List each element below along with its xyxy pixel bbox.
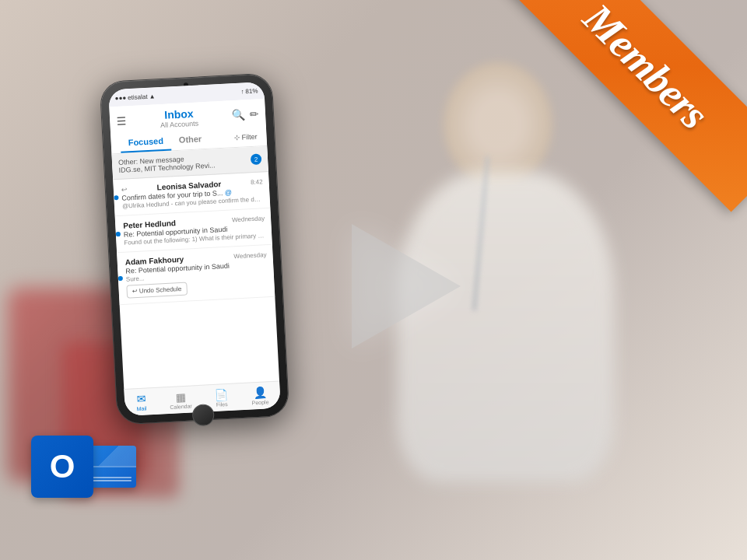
email-time: Wednesday [233,251,267,260]
signal-dots: ●●● [114,94,126,102]
search-icon[interactable]: 🔍 [232,108,246,121]
nav-files[interactable]: 📄 Files [215,388,229,408]
hamburger-icon[interactable]: ☰ [116,114,127,128]
tab-other[interactable]: Other [170,130,210,151]
battery-level: 81% [245,87,258,95]
calendar-icon: ▦ [175,390,186,404]
people-icon: 👤 [253,386,267,399]
mail-icon: ✉ [136,393,146,406]
notification-content: Other: New message IDG.se, MIT Technolog… [118,153,216,173]
carrier-name: etisalat [128,93,148,100]
outlook-logo: O [31,436,136,498]
play-button-container[interactable] [352,224,461,348]
nav-calendar[interactable]: ▦ Calendar [169,390,192,409]
outlook-header: ☰ Inbox All Accounts 🔍 ✏ Focused Other [109,99,267,154]
play-triangle-icon[interactable] [352,224,461,348]
header-row: ☰ Inbox All Accounts 🔍 ✏ [116,103,260,131]
undo-schedule-label: Undo Schedule [139,285,182,295]
wifi-icon: ▲ [149,93,155,100]
filter-icon: ⊹ [233,134,240,142]
header-actions: 🔍 ✏ [232,107,260,121]
people-label: People [251,399,268,405]
phone: ●●● etisalat ▲ ↑ 81% ☰ Inbox All Account… [100,74,289,425]
nav-people[interactable]: 👤 People [251,386,269,405]
outlook-letter: O [50,448,75,485]
files-icon: 📄 [215,388,229,401]
files-label: Files [216,401,228,408]
unread-dot [118,276,123,281]
outlook-square: O [31,436,93,498]
nav-mail[interactable]: ✉ Mail [136,393,147,412]
notification-badge: 2 [251,153,262,165]
arrow-icon: ↑ [240,88,244,95]
status-carrier: ●●● etisalat ▲ [114,93,155,102]
phone-body: ●●● etisalat ▲ ↑ 81% ☰ Inbox All Account… [100,74,289,425]
mail-label: Mail [136,406,146,412]
forward-icon: ↩ [121,185,128,193]
unread-dot [114,195,118,200]
email-item[interactable]: Adam Fakhoury Wednesday Re: Potential op… [117,245,275,305]
email-time: Wednesday [232,215,265,223]
inbox-title: Inbox All Accounts [160,107,198,130]
unread-dot [116,232,121,236]
status-right: ↑ 81% [240,87,258,95]
compose-icon[interactable]: ✏ [250,107,260,121]
tab-focused[interactable]: Focused [120,131,171,152]
person-head-blur [444,62,552,187]
email-list: Other: New message IDG.se, MIT Technolog… [111,146,275,305]
phone-screen: ●●● etisalat ▲ ↑ 81% ☰ Inbox All Account… [108,82,281,416]
filter-button[interactable]: ⊹ Filter [233,133,257,142]
all-accounts-label: All Accounts [160,120,198,130]
filter-label: Filter [241,133,257,142]
calendar-label: Calendar [170,403,192,409]
undo-icon: ↩ [132,288,138,295]
email-time: 8:42 [251,178,263,186]
